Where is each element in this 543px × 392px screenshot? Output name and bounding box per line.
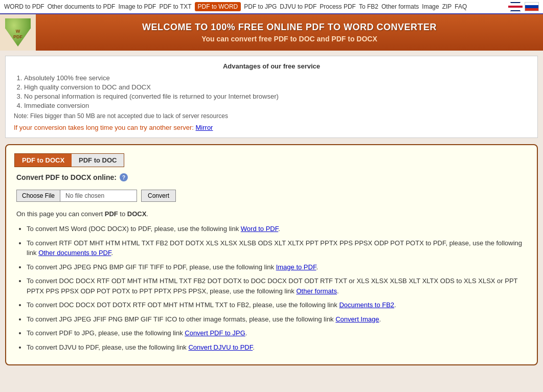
advantages-box: Advantages of our free service Absolutel…: [5, 56, 538, 138]
docx-bold: DOCX: [127, 210, 147, 218]
banner-text: WELCOME TO 100% FREE ONLINE PDF TO WORD …: [36, 17, 543, 48]
banner-subtitle: You can convert free PDF to DOC and PDF …: [41, 35, 538, 43]
advantage-item: High quality conversion to DOC and DOCX: [24, 83, 529, 91]
mirror-link[interactable]: Mirror: [196, 124, 213, 131]
tabs: PDF to DOCX PDF to DOC: [14, 153, 529, 167]
nav-other-formats[interactable]: Other formats: [381, 3, 419, 10]
bullet-djvu-to-pdf: To convert DJVU to PDF, please, use the …: [27, 342, 529, 353]
nav-to-fb2[interactable]: To FB2: [359, 3, 378, 10]
nav-image-to-pdf[interactable]: Image to PDF: [118, 3, 156, 10]
advantages-list: Absolutely 100% free service High qualit…: [24, 74, 529, 109]
advantage-item: Immediate conversion: [24, 102, 529, 109]
bullet-other-docs: To convert RTF ODT MHT HTM HTML TXT FB2 …: [27, 238, 529, 258]
bullet-after: .: [316, 263, 318, 271]
bullet-text: To convert JPG JPEG PNG BMP GIF TIF TIFF…: [27, 263, 276, 271]
choose-file-button[interactable]: Choose File: [16, 190, 60, 202]
nav-zip[interactable]: ZIP: [442, 3, 452, 10]
logo-shield: WPDF: [5, 18, 31, 47]
advantage-item: No personal information is required (con…: [24, 93, 529, 100]
bullet-after: .: [278, 225, 280, 233]
bullet-text: To convert DOC DOCX RTF ODT MHT HTM HTML…: [27, 277, 517, 295]
file-name-display: No file chosen: [60, 190, 137, 202]
advantage-item: Absolutely 100% free service: [24, 74, 529, 82]
bullet-link[interactable]: Other formats: [296, 287, 336, 295]
bullet-text: To convert DOC DOCX DOT DOTX RTF ODT MHT…: [27, 301, 339, 309]
bullet-text: To convert JPG JPEG JFIF PNG BMP GIF TIF…: [27, 315, 335, 323]
bullet-link[interactable]: Convert Image: [335, 315, 379, 323]
banner-title: WELCOME TO 100% FREE ONLINE PDF TO WORD …: [41, 22, 538, 33]
help-icon[interactable]: ?: [120, 173, 128, 181]
main-content: Advantages of our free service Absolutel…: [0, 51, 543, 371]
tab-pdf-to-doc[interactable]: PDF to DOC: [72, 153, 124, 167]
top-navigation: WORD to PDF Other documents to PDF Image…: [0, 0, 543, 14]
language-flags: [508, 2, 539, 11]
logo-area: WPDF: [0, 14, 36, 51]
advantages-note: Note: Files bigger than 50 MB are not ac…: [14, 112, 529, 120]
bullet-after: .: [379, 315, 381, 323]
bullet-text: To convert PDF to JPG, please, use the f…: [27, 329, 185, 337]
bullet-link[interactable]: Convert DJVU to PDF: [188, 343, 253, 351]
info-text-before: On this page you can convert: [16, 210, 105, 218]
bullet-after: .: [111, 249, 113, 257]
nav-pdf-to-word[interactable]: PDF to WORD: [195, 2, 241, 11]
bullet-text: To convert MS Word (DOC DOCX) to PDF, pl…: [27, 225, 241, 233]
bullet-link[interactable]: Image to PDF: [276, 263, 316, 271]
bullet-convert-image: To convert JPG JPEG JFIF PNG BMP GIF TIF…: [27, 314, 529, 325]
flag-ru-icon[interactable]: [525, 2, 539, 11]
advantages-title: Advantages of our free service: [14, 62, 529, 70]
bullet-link[interactable]: Convert PDF to JPG: [185, 329, 245, 337]
bullet-link[interactable]: Word to PDF: [241, 225, 278, 233]
bullet-link[interactable]: Documents to FB2: [339, 301, 394, 309]
info-to-text: to: [118, 210, 127, 218]
bullet-other-formats: To convert DOC DOCX RTF ODT MHT HTM HTML…: [27, 276, 529, 296]
main-info-text: On this page you can convert PDF to DOCX…: [16, 210, 529, 218]
nav-faq[interactable]: FAQ: [455, 3, 467, 10]
logo-text: WPDF: [13, 29, 22, 40]
bullet-text: To convert DJVU to PDF, please, use the …: [27, 343, 188, 351]
header-banner: WPDF WELCOME TO 100% FREE ONLINE PDF TO …: [0, 14, 543, 51]
nav-pdf-to-txt[interactable]: PDF to TXT: [159, 3, 191, 10]
mirror-text: If your conversion takes long time you c…: [14, 124, 196, 131]
nav-other-docs[interactable]: Other documents to PDF: [48, 3, 116, 10]
bullet-after: .: [394, 301, 396, 309]
bullet-pdf-to-jpg: To convert PDF to JPG, please, use the f…: [27, 328, 529, 338]
advantages-mirror-line: If your conversion takes long time you c…: [14, 124, 529, 131]
bullet-link[interactable]: Other documents to PDF: [38, 249, 111, 257]
pdf-bold: PDF: [105, 210, 118, 218]
convert-label: Convert PDF to DOCX online:: [16, 173, 117, 181]
bullet-word-to-pdf: To convert MS Word (DOC DOCX) to PDF, pl…: [27, 224, 529, 234]
bullet-after: .: [245, 329, 247, 337]
tab-pdf-to-docx[interactable]: PDF to DOCX: [14, 153, 72, 167]
nav-pdf-to-jpg[interactable]: PDF to JPG: [244, 3, 277, 10]
nav-process-pdf[interactable]: Process PDF: [320, 3, 356, 10]
info-period: .: [146, 210, 148, 218]
converter-box: PDF to DOCX PDF to DOC Convert PDF to DO…: [5, 144, 538, 365]
bullet-image-to-pdf: To convert JPG JPEG PNG BMP GIF TIF TIFF…: [27, 262, 529, 272]
bullet-docs-to-fb2: To convert DOC DOCX DOT DOTX RTF ODT MHT…: [27, 300, 529, 310]
bullet-after: .: [253, 343, 255, 351]
nav-djvu-to-pdf[interactable]: DJVU to PDF: [280, 3, 316, 10]
bullets-list: To convert MS Word (DOC DOCX) to PDF, pl…: [27, 224, 529, 352]
bullet-after: .: [337, 287, 339, 295]
convert-button[interactable]: Convert: [141, 190, 176, 202]
flag-uk-icon[interactable]: [508, 2, 523, 11]
info-section: On this page you can convert PDF to DOCX…: [14, 210, 529, 352]
nav-word-to-pdf[interactable]: WORD to PDF: [4, 3, 44, 10]
nav-image[interactable]: Image: [422, 3, 439, 10]
file-convert-row: Choose File No file chosen Convert: [14, 190, 529, 202]
convert-label-row: Convert PDF to DOCX online: ?: [14, 173, 529, 181]
